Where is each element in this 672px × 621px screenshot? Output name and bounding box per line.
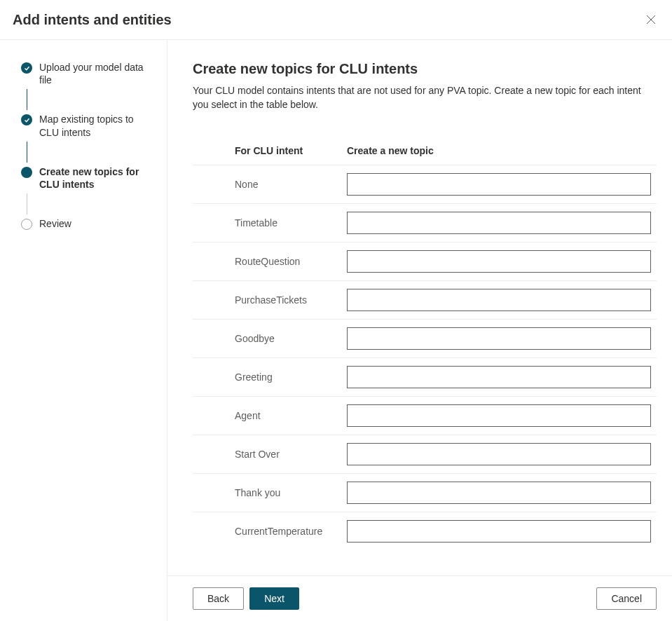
intent-cell: Greeting (193, 371, 347, 383)
topic-input[interactable] (347, 443, 651, 465)
topic-cell (347, 366, 651, 388)
topic-cell (347, 289, 651, 311)
step-label: Upload your model data file (39, 61, 144, 86)
intent-cell: None (193, 179, 347, 190)
topic-input[interactable] (347, 250, 651, 273)
page-description: Your CLU model contains intents that are… (193, 84, 657, 111)
table-row: Greeting (193, 357, 657, 396)
topic-cell (347, 327, 651, 350)
topic-input[interactable] (347, 366, 651, 388)
footer-left-buttons: Back Next (193, 587, 299, 610)
topic-cell (347, 212, 651, 234)
close-icon (645, 14, 657, 25)
step-label: Map existing topics to CLU intents (39, 113, 144, 138)
table-row: Timetable (193, 203, 657, 242)
next-button[interactable]: Next (249, 587, 299, 610)
step-map: Map existing topics to CLU intents (21, 113, 153, 138)
step-connector (27, 142, 27, 163)
page-title: Create new topics for CLU intents (193, 61, 657, 77)
topic-cell (347, 443, 651, 465)
check-icon (21, 62, 32, 74)
table-row: Thank you (193, 473, 657, 512)
column-header-topic: Create a new topic (347, 145, 434, 156)
dialog-body: Upload your model data file Map existing… (0, 40, 672, 621)
table-row: RouteQuestion (193, 242, 657, 280)
intent-cell: Start Over (193, 449, 347, 460)
table-row: Agent (193, 396, 657, 435)
pending-step-icon (21, 219, 32, 230)
topic-input[interactable] (347, 289, 651, 311)
topic-input[interactable] (347, 327, 651, 350)
step-label: Create new topics for CLU intents (39, 165, 144, 191)
content-area: Create new topics for CLU intents Your C… (167, 40, 672, 575)
intent-cell: Agent (193, 410, 347, 421)
table-row: None (193, 165, 657, 203)
step-create: Create new topics for CLU intents (21, 165, 153, 191)
close-button[interactable] (643, 11, 659, 28)
intent-cell: CurrentTemperature (193, 526, 347, 537)
intent-cell: RouteQuestion (193, 256, 347, 267)
dialog-header: Add intents and entities (0, 0, 672, 40)
check-icon (21, 114, 32, 125)
table-row: Start Over (193, 435, 657, 473)
topic-input[interactable] (347, 404, 651, 427)
topic-cell (347, 173, 651, 196)
current-step-icon (21, 167, 32, 178)
topic-cell (347, 482, 651, 504)
intent-cell: Timetable (193, 217, 347, 228)
topic-input[interactable] (347, 520, 651, 542)
table-row: CurrentTemperature (193, 512, 657, 550)
intent-cell: PurchaseTickets (193, 294, 347, 306)
topic-cell (347, 404, 651, 427)
table-row: Goodbye (193, 319, 657, 357)
table-header: For CLU intent Create a new topic (193, 145, 657, 165)
topic-input[interactable] (347, 482, 651, 504)
step-connector (27, 89, 27, 110)
dialog-title: Add intents and entities (13, 12, 172, 28)
step-upload: Upload your model data file (21, 61, 153, 86)
step-label: Review (39, 217, 71, 230)
back-button[interactable]: Back (193, 587, 244, 610)
step-review: Review (21, 217, 153, 230)
wizard-sidebar: Upload your model data file Map existing… (0, 40, 167, 621)
table-row: PurchaseTickets (193, 280, 657, 319)
intent-cell: Thank you (193, 487, 347, 498)
topic-cell (347, 250, 651, 273)
step-connector (27, 193, 27, 214)
topic-input[interactable] (347, 212, 651, 234)
column-header-intent: For CLU intent (193, 145, 347, 156)
topic-cell (347, 520, 651, 542)
cancel-button[interactable]: Cancel (596, 587, 657, 610)
dialog-footer: Back Next Cancel (167, 575, 672, 621)
intent-cell: Goodbye (193, 333, 347, 344)
main-panel: Create new topics for CLU intents Your C… (167, 40, 672, 621)
intents-table: For CLU intent Create a new topic NoneTi… (193, 145, 657, 550)
topic-input[interactable] (347, 173, 651, 196)
